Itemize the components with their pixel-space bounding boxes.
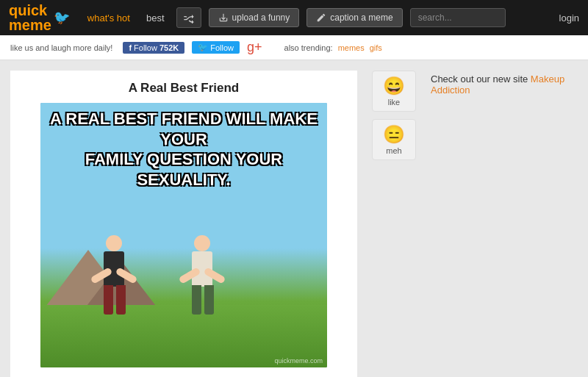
person-right-body: [184, 235, 220, 316]
logo-bird-icon: 🐦: [54, 10, 70, 26]
nav-whats-hot[interactable]: what's hot: [83, 10, 135, 26]
caption-label: caption a meme: [330, 12, 392, 23]
caption-icon: [316, 12, 326, 23]
gifs-trend-link[interactable]: gifs: [370, 43, 382, 52]
meme-title: A Real Best Friend: [21, 81, 347, 96]
person-right: [184, 235, 220, 316]
makeup-promo: Check out our new site Makeup Addiction: [431, 73, 578, 96]
person-left-body: [96, 235, 132, 316]
nav-best[interactable]: best: [142, 10, 169, 26]
subheader: like us and laugh more daily! f Follow 7…: [0, 35, 588, 60]
meme-image-background: A Real best friend will make your family…: [40, 103, 327, 367]
promo-text: Check out our new site: [431, 73, 528, 85]
header: quick meme 🐦 what's hot best upload a fu…: [0, 0, 588, 35]
person-left-torso: [104, 251, 124, 287]
google-plus-icon[interactable]: g+: [247, 40, 262, 55]
logo-meme: meme: [9, 17, 51, 33]
caption-button[interactable]: caption a meme: [306, 8, 402, 27]
person-left-pants: [104, 285, 126, 317]
meme-image-container: A Real best friend will make your family…: [40, 103, 327, 367]
person-right-pants: [192, 285, 214, 317]
twitter-follow-button[interactable]: 🐦 Follow: [192, 41, 240, 54]
person-right-head: [194, 235, 210, 251]
upload-label: upload a funny: [232, 12, 290, 23]
meme-text-overlay: A Real best friend will make your family…: [40, 109, 327, 190]
reaction-sidebar: 😄 like 😑 meh: [368, 71, 420, 377]
search-input[interactable]: [410, 8, 506, 27]
main-content: A Real Best Friend: [0, 60, 588, 377]
right-panel: Check out our new site Makeup Addiction: [431, 71, 578, 377]
shuffle-icon: [183, 12, 195, 24]
pant-right-green: [204, 285, 214, 315]
logo-quick: quick: [9, 2, 47, 18]
like-icon: 😄: [376, 76, 412, 96]
upload-icon: [218, 12, 229, 23]
meme-line2: family question your sexuality.: [85, 150, 283, 189]
pant-right: [116, 285, 126, 315]
meh-icon: 😑: [376, 124, 412, 145]
meh-label: meh: [376, 146, 412, 155]
also-trending-label: also trending: memes gifs: [284, 43, 382, 52]
person-left-head: [106, 235, 122, 251]
person-left: [96, 235, 132, 316]
person-right-arm-left: [179, 267, 201, 284]
meh-button[interactable]: 😑 meh: [372, 119, 416, 160]
facebook-follow-button[interactable]: f Follow 752K: [123, 42, 184, 54]
login-link[interactable]: login: [559, 12, 579, 24]
person-right-torso: [192, 251, 212, 287]
fb-label: Follow: [134, 43, 157, 52]
shuffle-button[interactable]: [176, 7, 201, 28]
like-us-text: like us and laugh more daily!: [10, 43, 112, 52]
twitter-icon: 🐦: [198, 43, 208, 52]
like-label: like: [376, 98, 412, 107]
pant-left: [104, 285, 113, 315]
memes-trend-link[interactable]: memes: [338, 43, 365, 52]
person-right-arm-right: [204, 267, 226, 284]
fb-icon: f: [129, 43, 132, 52]
content-area: A Real Best Friend: [10, 71, 357, 377]
twitter-label: Follow: [210, 43, 234, 52]
fb-count: 752K: [159, 43, 179, 52]
pant-left-green: [192, 285, 201, 315]
meme-line1: A Real best friend will make your: [50, 109, 318, 148]
logo-text: quick meme: [9, 3, 51, 32]
like-button[interactable]: 😄 like: [372, 71, 416, 112]
upload-button[interactable]: upload a funny: [209, 8, 300, 27]
watermark: quickmeme.com: [274, 357, 323, 365]
logo-area[interactable]: quick meme 🐦: [9, 3, 70, 32]
